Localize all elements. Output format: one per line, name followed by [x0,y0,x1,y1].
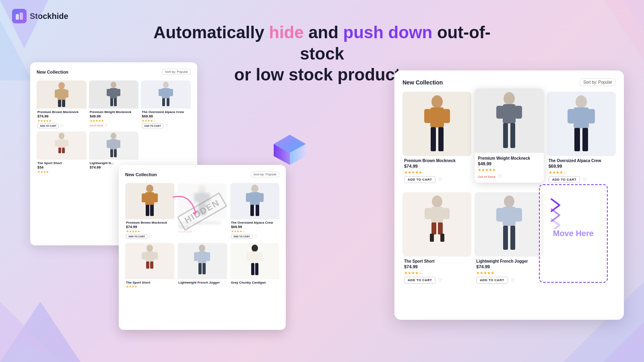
main-product-5-stars: ★★★★★ [476,271,542,275]
small-product-1-heart[interactable]: ♡ [60,124,64,128]
small-product-4: The Sport Short $34 ★★★★ [37,132,87,175]
small-product-3-addcart[interactable]: ADD TO CART [142,123,163,128]
svg-rect-50 [150,205,154,216]
small-product-5-name: Lightweight N... [90,161,138,165]
main-product-4-price: $74.99 [404,264,470,269]
main-product-3-img [547,92,616,156]
main-product-1-stars: ★★★★★ [404,170,470,175]
med-product-3-info: The Oversized Alpaca Crew $69.99 ★★★★☆ A… [230,219,279,240]
svg-rect-71 [194,252,198,261]
main-product-3-info: The Oversized Alpaca Crew $69.99 ★★★★☆ A… [547,156,616,185]
med-product-5: Lightweight French Jogger [178,243,227,290]
med-product-4-name: The Sport Short [126,281,173,284]
small-product-2-oos: Out of Stock [90,124,103,127]
svg-rect-98 [582,128,588,151]
svg-rect-41 [117,140,120,148]
small-product-1-price: $74.99 [37,114,86,118]
med-product-1-heart[interactable]: ♡ [149,234,152,239]
small-product-3-name: The Oversized Alpaca Crew [142,110,190,114]
main-product-2-oos: Out of Stock [478,175,495,179]
main-product-1-info: Premium Brown Mockneck $74.99 ★★★★★ ADD … [402,156,471,185]
svg-rect-112 [510,226,515,250]
svg-rect-22 [107,89,111,96]
small-product-2-heart[interactable]: ♡ [105,123,108,128]
main-product-5-addcart[interactable]: ADD TO CART [476,277,508,284]
svg-rect-74 [202,263,206,274]
small-product-5-img [89,132,139,160]
svg-rect-79 [251,263,254,275]
small-product-3-price: $69.99 [142,114,190,118]
main-product-2-heart[interactable]: ♡ [498,174,502,179]
main-product-1: Premium Brown Mockneck $74.99 ★★★★★ ADD … [402,92,471,185]
panel-small-sort[interactable]: Sort by: Popular [162,69,191,75]
small-product-3-img [141,80,191,109]
svg-rect-94 [574,107,589,128]
small-product-1: Premium Brown Mockneck $74.99 ★★★★★ ADD … [37,80,87,129]
svg-rect-66 [153,252,158,259]
svg-rect-61 [250,205,254,216]
panel-main-title: New Collection [402,79,443,86]
main-product-2-elevated: Premium Weight Mockneck $49.99 ★★★★★ Out… [475,88,543,183]
svg-rect-47 [142,193,146,202]
svg-rect-23 [116,89,120,96]
svg-rect-18 [58,100,61,107]
panel-main-header: New Collection Sort by: Popular [402,78,616,86]
headline-and: and [304,23,343,42]
med-product-6-name: Gray Chunky Cardigan [231,281,279,284]
panel-main: New Collection Sort by: Popular Premium … [394,70,624,320]
main-product-3-heart[interactable]: ♡ [582,177,587,183]
svg-rect-109 [496,208,504,222]
main-product-5: Lightweight French Jogger $74.99 ★★★★★ A… [475,192,543,285]
panel-main-sort[interactable]: Sort by: Popular [580,78,616,86]
panel-medium-row2: The Sport Short ★★★★ Lightweight French … [125,243,279,290]
med-product-3-heart[interactable]: ♡ [254,234,257,239]
svg-rect-100 [431,207,443,223]
small-product-1-actions: ADD TO CART ♡ [37,123,86,128]
small-product-3-heart[interactable]: ♡ [165,124,168,128]
headline-before: Automatically [153,23,269,42]
med-product-3: The Oversized Alpaca Crew $69.99 ★★★★☆ A… [230,183,279,240]
svg-rect-108 [503,207,516,226]
svg-rect-91 [503,123,508,148]
med-product-5-name: Lightweight French Jogger [178,281,226,284]
small-product-4-price: $34 [37,165,86,169]
svg-rect-29 [169,89,173,96]
main-product-5-name: Lightweight French Jogger [476,259,542,263]
small-product-1-addcart[interactable]: ADD TO CART [37,123,59,128]
main-product-4-addcart[interactable]: ADD TO CART [404,277,436,284]
panel-small-row1: Premium Brown Mockneck $74.99 ★★★★★ ADD … [37,80,191,129]
small-product-1-info: Premium Brown Mockneck $74.99 ★★★★★ ADD … [37,109,87,129]
svg-rect-25 [114,98,117,106]
svg-rect-28 [159,89,163,96]
med-product-3-addcart[interactable]: ADD TO CART [231,234,252,239]
svg-rect-86 [438,127,444,151]
svg-rect-48 [153,193,158,202]
svg-rect-36 [58,148,61,153]
med-product-1-actions: ADD TO CART ♡ [126,234,173,239]
main-product-5-heart[interactable]: ♡ [510,278,515,283]
svg-rect-76 [251,251,259,263]
main-product-1-heart[interactable]: ♡ [438,177,442,183]
svg-point-87 [504,92,515,105]
headline-line2: or low stock products [234,65,410,84]
small-product-2-img [89,80,139,109]
main-product-3-stars: ★★★★☆ [549,170,614,175]
med-product-4-info: The Sport Short ★★★★ [125,279,174,290]
svg-point-93 [576,95,587,108]
svg-rect-64 [146,251,154,262]
main-product-1-addcart[interactable]: ADD TO CART [404,176,436,183]
main-product-4-heart[interactable]: ♡ [438,278,442,283]
med-product-6-img [230,243,279,279]
main-product-5-price: $74.99 [476,264,542,269]
main-product-5-img [475,192,543,257]
main-product-3-addcart[interactable]: ADD TO CART [549,176,580,183]
purple-arrow-indicator [547,197,568,231]
main-product-4-name: The Sport Short [404,259,470,263]
panel-medium-sort[interactable]: Sort by: Popular [251,171,279,177]
main-product-3-actions: ADD TO CART ♡ [549,176,614,183]
svg-point-32 [59,133,64,139]
panel-medium-foreground: New Collection Sort by: Popular Premium … [119,165,286,330]
med-product-1-addcart[interactable]: ADD TO CART [126,234,147,239]
svg-rect-17 [64,90,68,98]
med-product-1-name: Premium Brown Mockneck [126,221,173,224]
